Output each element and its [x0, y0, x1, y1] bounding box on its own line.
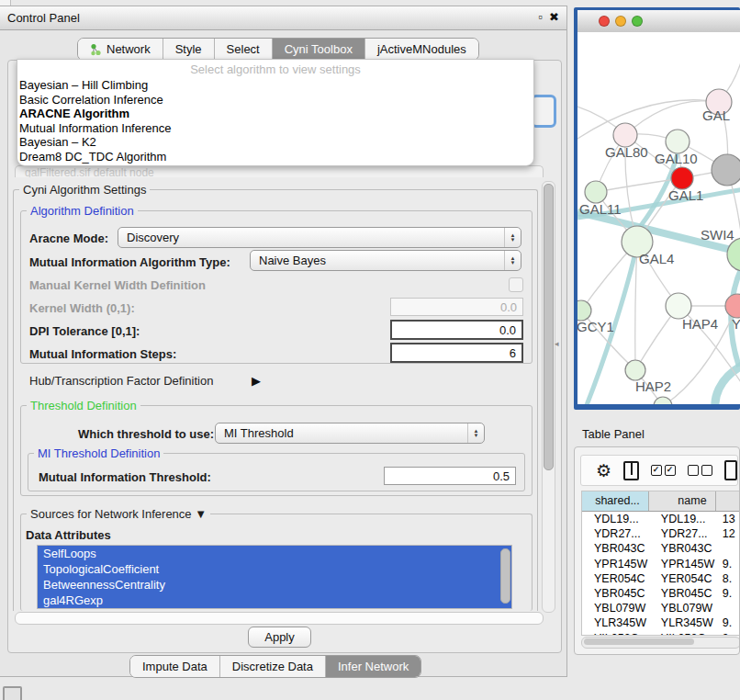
table-cell: YBR043C — [582, 541, 649, 556]
table-row[interactable]: YBR045CYBR045C9. — [582, 586, 740, 601]
table-row[interactable]: YPR145WYPR145W9. — [582, 557, 740, 571]
table-row[interactable]: YDR27...YDR27...12 — [582, 526, 740, 541]
kernel-width-field[interactable]: 0.0 — [390, 298, 523, 316]
tab-label: Select — [227, 42, 260, 56]
tab-network[interactable]: Network — [78, 39, 163, 60]
table-row[interactable]: YDL19...YDL19...13 — [582, 512, 740, 526]
mi-threshold-label: Mutual Information Threshold: — [39, 470, 211, 484]
dropdown-item[interactable]: Basic Correlation Inference — [17, 93, 533, 107]
scrollbar-thumb[interactable] — [584, 638, 694, 645]
application-root: Control Panel ▫ ✖ NetworkStyleSelectCyni… — [0, 0, 740, 700]
unchecked-pair-icon[interactable] — [688, 465, 712, 476]
mi-algorithm-type-label: Mutual Information Algorithm Type: — [29, 255, 230, 269]
hub-definition-expander[interactable]: Hub/Transcription Factor Definition — [29, 374, 213, 388]
network-edge-thick[interactable] — [715, 365, 740, 404]
columns-icon[interactable] — [623, 461, 639, 480]
dropdown-item[interactable]: Mutual Information Inference — [17, 121, 533, 136]
table-toolbar: ⚙ ✓✓ — [580, 455, 738, 486]
attribute-item-selected[interactable]: SelfLoops — [38, 546, 511, 561]
tab-label: jActiveMNodules — [377, 42, 466, 56]
collapse-down-icon[interactable]: ▼ — [195, 507, 207, 521]
splitter-handle-icon[interactable]: ◂ — [555, 339, 559, 348]
which-threshold-select[interactable]: MI Threshold ▲▼ — [215, 423, 485, 444]
node-table: shared...name YDL19...YDL19...13YDR27...… — [581, 491, 740, 636]
settings-horizontal-scrollbar[interactable] — [15, 612, 544, 625]
table-row[interactable]: YBL079WYBL079W — [582, 601, 740, 615]
mi-steps-label: Mutual Information Steps: — [29, 347, 176, 361]
tab-cyni-toolbox[interactable]: Cyni Toolbox — [273, 39, 365, 60]
network-node-hap2[interactable] — [625, 360, 645, 380]
settings-vertical-scrollbar[interactable] — [542, 181, 555, 613]
table-row[interactable]: YER054CYER054C8. — [582, 571, 740, 586]
column-header[interactable] — [716, 491, 740, 511]
dropdown-item[interactable]: ARACNE Algorithm — [17, 107, 533, 121]
tab-discretize-data[interactable]: Discretize Data — [220, 656, 326, 677]
network-node[interactable] — [712, 154, 740, 186]
node-label: GAL11 — [579, 201, 622, 217]
data-attributes-list[interactable]: SelfLoopsTopologicalCoefficientBetweenne… — [37, 545, 512, 609]
network-node-hap4[interactable] — [666, 293, 691, 319]
network-canvas[interactable]: GALGAL80GAL10GAL1GAL11SWI4GAL4GCY1HAP4YH… — [577, 32, 740, 404]
sources-group-title: Sources for Network Inference ▼ — [27, 507, 210, 521]
tab-infer-network[interactable]: Infer Network — [326, 656, 420, 677]
tab-jactivemnodules[interactable]: jActiveMNodules — [365, 39, 478, 60]
apply-button[interactable]: Apply — [248, 627, 311, 648]
table-cell: YPR145W — [582, 557, 649, 571]
tab-label: Impute Data — [142, 660, 207, 673]
network-node-swi4[interactable] — [727, 238, 740, 271]
close-traffic-light-icon[interactable] — [599, 16, 610, 27]
expand-right-icon[interactable]: ▶ — [252, 374, 261, 388]
sources-title-text: Sources for Network Inference — [30, 507, 192, 521]
network-node-gcy1[interactable] — [577, 300, 591, 321]
network-node-gal11[interactable] — [585, 181, 607, 203]
table-cell: 9. — [716, 615, 740, 630]
page-icon[interactable] — [724, 460, 737, 480]
dpi-tolerance-field[interactable]: 0.0 — [390, 320, 523, 340]
tab-impute-data[interactable]: Impute Data — [130, 656, 220, 677]
column-header-shared[interactable]: shared... — [582, 491, 649, 511]
float-window-icon[interactable]: ▫ — [538, 10, 543, 24]
attribute-item-selected[interactable]: gal4RGexp — [38, 593, 511, 608]
list-scrollbar[interactable] — [500, 548, 510, 604]
zoom-traffic-light-icon[interactable] — [632, 16, 643, 27]
gear-icon[interactable]: ⚙ — [596, 462, 611, 480]
tab-style[interactable]: Style — [163, 39, 215, 60]
table-cell: YBL079W — [649, 601, 716, 615]
table-horizontal-scrollbar[interactable] — [581, 637, 740, 649]
table-cell — [716, 601, 740, 615]
attribute-item-selected[interactable]: BetweennessCentrality — [38, 577, 511, 593]
which-threshold-label: Which threshold to use: — [78, 427, 214, 441]
table-row[interactable]: YLR345WYLR345W9. — [582, 615, 740, 630]
tab-select[interactable]: Select — [215, 39, 273, 60]
column-header-name[interactable]: name — [649, 491, 716, 511]
dropdown-item[interactable]: Bayesian – Hill Climbing — [17, 78, 533, 93]
network-window-titlebar[interactable] — [577, 10, 740, 33]
dropdown-item[interactable]: Bayesian – K2 — [17, 135, 533, 150]
attribute-item-selected[interactable]: TopologicalCoefficient — [38, 561, 511, 577]
close-window-icon[interactable]: ✖ — [549, 10, 559, 24]
dock-panel-icon[interactable] — [3, 686, 22, 700]
control-panel-title: Control Panel — [0, 11, 80, 25]
checked-pair-icon[interactable]: ✓✓ — [651, 465, 676, 476]
table-cell: YPR145W — [649, 557, 716, 571]
scrollbar-thumb[interactable] — [544, 184, 554, 470]
network-node-gal1[interactable] — [671, 167, 693, 189]
network-edge[interactable] — [577, 100, 719, 139]
node-label: HAP2 — [635, 378, 671, 394]
which-threshold-value: MI Threshold — [216, 426, 467, 440]
table-row[interactable]: YBR043CYBR043C — [582, 541, 740, 556]
table-cell: YBL079W — [582, 601, 649, 615]
network-node-y[interactable] — [725, 294, 740, 318]
aracne-mode-select[interactable]: Discovery ▲▼ — [118, 227, 521, 248]
stepper-arrows-icon: ▲▼ — [504, 228, 521, 247]
mi-threshold-field[interactable]: 0.5 — [384, 467, 516, 485]
manual-kernel-width-checkbox[interactable] — [509, 277, 523, 292]
network-selector-combo[interactable]: galFiltered.sif default node — [15, 165, 544, 177]
mi-algorithm-type-select[interactable]: Naive Bayes ▲▼ — [250, 250, 521, 271]
table-row[interactable]: YIL052CYIL052C9. — [582, 631, 740, 637]
minimize-traffic-light-icon[interactable] — [615, 16, 626, 27]
dropdown-item[interactable]: Dream8 DC_TDC Algorithm — [17, 150, 533, 164]
algorithm-definition-title: Algorithm Definition — [27, 204, 138, 218]
table-cell — [716, 541, 740, 556]
mi-steps-field[interactable]: 6 — [390, 343, 523, 363]
